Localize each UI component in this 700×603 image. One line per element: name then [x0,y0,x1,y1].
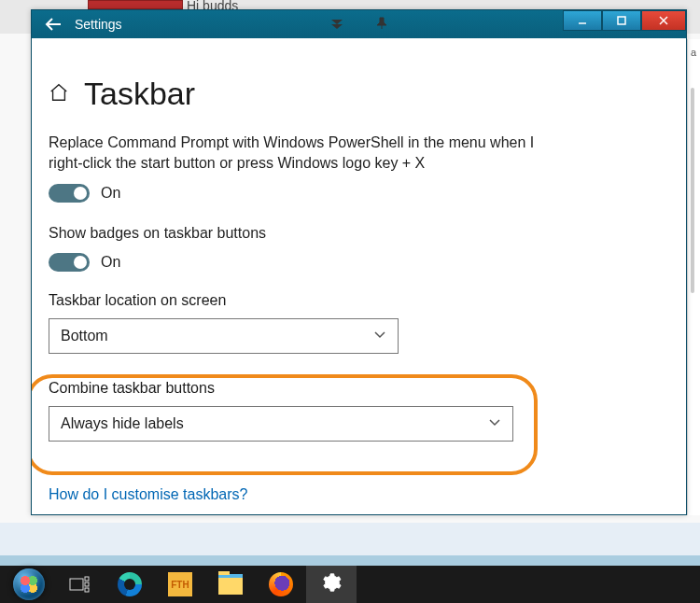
folder-icon [218,574,243,595]
gear-icon [321,572,342,596]
setting-powershell: Replace Command Prompt with Windows Powe… [49,133,571,203]
settings-content: Taskbar Replace Command Prompt with Wind… [32,38,686,514]
svg-rect-1 [70,579,83,590]
window-controls [563,10,686,31]
settings-window: Settings Taskbar [31,9,687,515]
edge-icon [118,572,142,596]
task-view-button[interactable] [54,566,105,603]
setting-combine: Combine taskbar buttons Always hide labe… [49,380,571,442]
taskbar: FTH [0,566,700,603]
chevron-down-icon [373,328,386,344]
svg-rect-2 [85,577,89,581]
minimize-button[interactable] [563,10,602,31]
toggle-badges[interactable] [49,253,90,272]
titlebar-center-controls [330,10,388,38]
select-combine-taskbar-buttons[interactable]: Always hide labels [49,406,513,442]
dropdown-overflow-icon[interactable] [330,17,343,33]
taskbar-app-fth[interactable]: FTH [155,566,205,603]
page-title: Taskbar [84,76,195,112]
background-thumbnail [88,0,183,9]
background-right-strip: a [687,39,700,515]
select-location-value: Bottom [61,328,108,344]
chevron-down-icon [488,415,501,432]
taskbar-app-edge[interactable] [105,566,155,603]
taskbar-app-settings[interactable] [306,566,357,603]
toggle-badges-state: On [101,254,120,271]
help-link-customise-taskbars[interactable]: How do I customise taskbars? [49,486,247,503]
svg-rect-4 [85,588,89,592]
setting-combine-label: Combine taskbar buttons [49,380,571,397]
select-combine-value: Always hide labels [61,415,184,432]
taskbar-app-firefox[interactable] [256,566,306,603]
firefox-icon [269,572,293,596]
home-icon[interactable] [49,82,69,106]
toggle-powershell[interactable] [49,184,90,203]
svg-rect-0 [618,17,625,24]
pin-icon[interactable] [375,17,388,33]
windows-logo-icon [13,568,45,600]
taskbar-app-file-explorer[interactable] [205,566,256,603]
setting-badges: Show badges on taskbar buttons On [49,223,571,272]
svg-rect-3 [85,582,89,586]
setting-powershell-label: Replace Command Prompt with Windows Powe… [49,133,571,175]
setting-location: Taskbar location on screen Bottom [49,292,571,354]
close-button[interactable] [641,10,686,31]
maximize-button[interactable] [602,10,641,31]
setting-badges-label: Show badges on taskbar buttons [49,223,571,244]
window-titlebar: Settings [32,10,686,38]
select-taskbar-location[interactable]: Bottom [49,318,399,354]
fth-icon: FTH [168,572,192,596]
window-title: Settings [75,17,122,32]
toggle-powershell-state: On [101,185,120,202]
start-button[interactable] [4,566,54,603]
back-button[interactable] [32,10,75,38]
setting-location-label: Taskbar location on screen [49,292,571,309]
